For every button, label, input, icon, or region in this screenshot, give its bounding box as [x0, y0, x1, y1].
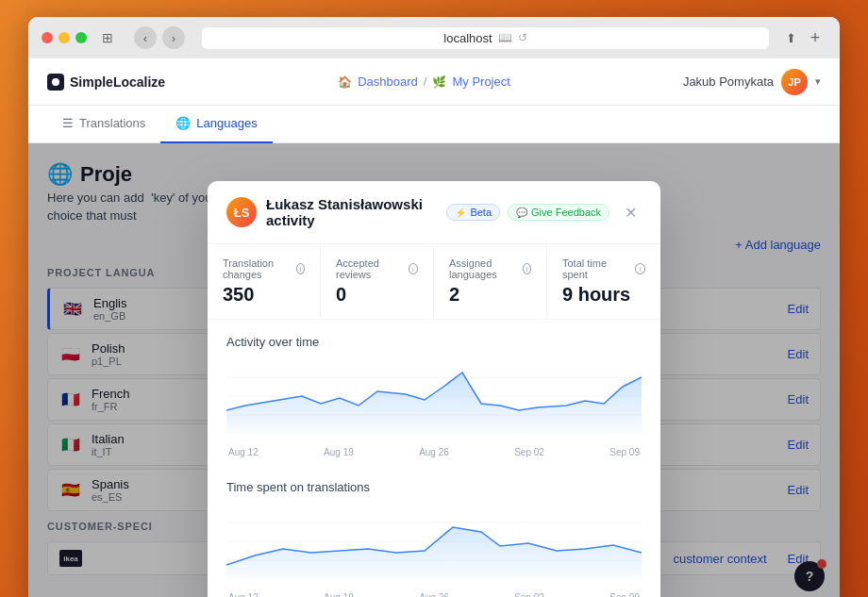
timespent-chart-x-labels: Aug 12 Aug 19 Aug 26 Sep 02 Sep 09	[226, 592, 642, 597]
x-label-2: Aug 26	[419, 447, 449, 457]
refresh-icon[interactable]: ↺	[518, 31, 527, 44]
beta-badge: ⚡ Beta	[446, 204, 500, 221]
close-window-button[interactable]	[42, 32, 53, 43]
stat-time-spent-value: 9 hours	[562, 284, 645, 306]
back-button[interactable]: ‹	[134, 26, 157, 49]
brand: SimpleLocalize	[47, 74, 165, 91]
stat-assigned-languages-value: 2	[449, 284, 531, 306]
modal-badges: ⚡ Beta 💬 Give Feedback	[446, 204, 609, 221]
brand-name: SimpleLocalize	[70, 75, 165, 90]
modal-backdrop: ŁS Łukasz Stanisławowski activity ⚡ Beta…	[28, 143, 840, 597]
stat-time-spent: Total time spent i 9 hours	[547, 244, 660, 319]
tab-languages[interactable]: 🌐 Languages	[160, 106, 272, 143]
user-section: Jakub Pomykata JP ▾	[683, 69, 821, 95]
timespent-chart-title: Time spent on translations	[226, 480, 642, 494]
traffic-lights	[42, 32, 87, 43]
stat-translation-changes-label: Translation changes i	[223, 257, 305, 280]
breadcrumb-project[interactable]: My Project	[452, 75, 509, 89]
info-icon-time[interactable]: i	[635, 263, 645, 274]
chevron-down-icon[interactable]: ▾	[815, 75, 821, 88]
reader-icon: 📖	[498, 31, 512, 44]
timespent-chart	[226, 504, 642, 589]
activity-chart-title: Activity over time	[226, 335, 642, 349]
stat-assigned-languages-label: Assigned languages i	[449, 257, 531, 280]
tab-translations-label: Translations	[79, 116, 145, 130]
avatar: JP	[781, 69, 808, 95]
x-label-3: Sep 02	[514, 447, 544, 457]
modal-header: ŁS Łukasz Stanisławowski activity ⚡ Beta…	[208, 181, 660, 244]
minimize-window-button[interactable]	[58, 32, 70, 43]
ts-x-label-3: Sep 02	[514, 592, 544, 597]
languages-icon: 🌐	[175, 116, 191, 130]
stat-accepted-reviews-label: Accepted reviews i	[336, 257, 418, 280]
sub-nav: ☰ Translations 🌐 Languages	[28, 106, 840, 143]
app-content: SimpleLocalize 🏠 Dashboard / 🌿 My Projec…	[28, 58, 840, 597]
activity-chart-x-labels: Aug 12 Aug 19 Aug 26 Sep 02 Sep 09	[226, 447, 642, 457]
stat-accepted-reviews: Accepted reviews i 0	[321, 244, 434, 319]
ts-x-label-4: Sep 09	[609, 592, 640, 597]
feedback-badge[interactable]: 💬 Give Feedback	[508, 204, 609, 221]
activity-modal: ŁS Łukasz Stanisławowski activity ⚡ Beta…	[208, 181, 660, 597]
main-area: 🌐 Proje Here you can add 'key' of your c…	[28, 143, 840, 597]
modal-title: Łukasz Stanisławowski activity	[266, 196, 437, 228]
beta-icon: ⚡	[455, 207, 466, 218]
stat-assigned-languages: Assigned languages i 2	[434, 244, 547, 319]
activity-chart-section: Activity over time	[208, 320, 660, 473]
new-tab-button[interactable]: +	[804, 26, 826, 49]
browser-actions: ⬆	[786, 31, 796, 45]
brand-icon	[47, 74, 64, 91]
user-name: Jakub Pomykata	[683, 75, 774, 89]
top-nav: SimpleLocalize 🏠 Dashboard / 🌿 My Projec…	[28, 58, 840, 106]
share-icon[interactable]: ⬆	[786, 31, 796, 45]
svg-point-0	[52, 78, 59, 86]
sidebar-icon[interactable]: ⊞	[98, 28, 117, 47]
modal-user-avatar: ŁS	[226, 197, 257, 227]
address-bar[interactable]: localhost 📖 ↺	[202, 27, 769, 49]
project-icon: 🌿	[432, 75, 446, 89]
breadcrumb-separator: /	[424, 75, 427, 89]
timespent-chart-section: Time spent on translations	[208, 473, 660, 597]
info-icon-changes[interactable]: i	[296, 263, 305, 274]
tab-translations[interactable]: ☰ Translations	[47, 106, 160, 143]
browser-window: ⊞ ‹ › localhost 📖 ↺ ⬆ + SimpleLocalize 🏠	[28, 17, 840, 597]
feedback-icon: 💬	[516, 207, 527, 218]
forward-button[interactable]: ›	[162, 26, 185, 49]
tab-languages-label: Languages	[196, 116, 257, 130]
ts-x-label-0: Aug 12	[228, 592, 259, 597]
activity-chart	[226, 358, 642, 443]
browser-titlebar: ⊞ ‹ › localhost 📖 ↺ ⬆ +	[28, 17, 840, 58]
info-icon-reviews[interactable]: i	[409, 263, 418, 274]
breadcrumb: 🏠 Dashboard / 🌿 My Project	[338, 75, 510, 89]
maximize-window-button[interactable]	[75, 32, 87, 43]
feedback-label: Give Feedback	[531, 207, 601, 218]
ts-x-label-2: Aug 26	[419, 592, 449, 597]
x-label-0: Aug 12	[228, 447, 259, 457]
home-icon: 🏠	[338, 75, 352, 89]
info-icon-languages[interactable]: i	[523, 263, 531, 274]
stat-translation-changes: Translation changes i 350	[208, 244, 321, 319]
stats-row: Translation changes i 350 Accepted revie…	[208, 244, 660, 320]
x-label-1: Aug 19	[324, 447, 354, 457]
stat-accepted-reviews-value: 0	[336, 284, 418, 306]
url-text: localhost	[443, 31, 492, 45]
stat-time-spent-label: Total time spent i	[562, 257, 645, 280]
beta-label: Beta	[470, 207, 492, 218]
modal-close-button[interactable]: ✕	[619, 201, 642, 224]
breadcrumb-dashboard[interactable]: Dashboard	[358, 75, 418, 89]
browser-nav: ‹ ›	[134, 26, 185, 49]
ts-x-label-1: Aug 19	[324, 592, 354, 597]
stat-translation-changes-value: 350	[223, 284, 305, 306]
translations-icon: ☰	[62, 116, 74, 130]
x-label-4: Sep 09	[609, 447, 640, 457]
